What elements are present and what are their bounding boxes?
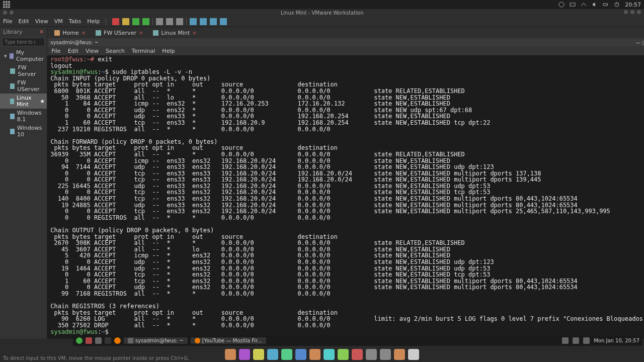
activities-icon[interactable] <box>3 1 11 9</box>
vm-icon <box>10 129 15 134</box>
settings-icon[interactable] <box>176 18 183 25</box>
vmware-hint: To direct input to this VM, move the mou… <box>3 355 190 361</box>
vm-icon <box>153 30 158 36</box>
dock-app-icon[interactable] <box>324 349 335 360</box>
console-icon[interactable] <box>210 18 217 25</box>
terminal-icon[interactable] <box>105 337 111 344</box>
dock-app-icon[interactable] <box>352 349 363 360</box>
library-item-win81[interactable]: Windows 8.1 <box>0 109 47 124</box>
snapshot-manager-icon[interactable] <box>166 18 173 25</box>
menu-tabs[interactable]: Tabs <box>69 18 81 25</box>
tab-close-icon[interactable]: ✕ <box>139 30 143 36</box>
terminal-icon <box>128 338 133 343</box>
computer-icon <box>10 53 14 59</box>
dock-app-icon[interactable] <box>394 349 405 360</box>
library-item-fwuserver[interactable]: FW UServer <box>0 78 47 94</box>
terminal-titlebar: sysadmin@fwus: ~ — ▢ ✕ <box>47 38 644 46</box>
library-close-icon[interactable]: ✕ <box>39 29 44 35</box>
volume-icon[interactable] <box>583 337 590 344</box>
firefox-icon <box>195 338 200 343</box>
terminal-output[interactable]: root@fwus:~# exit logout sysadmin@fwus:~… <box>47 55 644 339</box>
dock-app-icon[interactable] <box>239 349 250 360</box>
term-menu-edit[interactable]: Edit <box>68 48 78 54</box>
power-off-icon[interactable] <box>112 18 119 25</box>
network-icon[interactable] <box>573 337 579 344</box>
home-icon <box>54 30 60 36</box>
window-dot[interactable] <box>10 11 14 15</box>
tab-linuxmint[interactable]: Linux Mint✕ <box>149 29 200 37</box>
maximize-icon[interactable]: ▢ <box>642 40 644 45</box>
taskbar-terminal[interactable]: sysadmin@fwus: ~ <box>124 337 188 344</box>
dock-app-icon[interactable] <box>380 349 391 360</box>
menu-file[interactable]: File <box>3 18 12 25</box>
dock-app-icon[interactable] <box>225 349 236 360</box>
dock-app-icon[interactable] <box>408 349 419 360</box>
tab-home[interactable]: Home✕ <box>50 29 90 37</box>
shield-icon[interactable] <box>562 337 569 344</box>
dock-app-icon[interactable] <box>309 349 320 360</box>
terminal-title-text: sysadmin@fwus: ~ <box>50 40 99 45</box>
vmware-title-text: Linux Mint - VMware Workstation <box>281 10 364 16</box>
tab-close-icon[interactable]: ✕ <box>82 30 86 36</box>
tab-fwuserver[interactable]: FW UServer✕ <box>92 29 147 37</box>
term-menu-terminal[interactable]: Terminal <box>132 48 155 54</box>
dock-app-icon[interactable] <box>366 349 377 360</box>
library-item-linuxmint[interactable]: Linux Mint★ <box>0 94 47 109</box>
library-search-input[interactable] <box>2 38 45 46</box>
vm-icon <box>10 99 14 104</box>
menu-edit[interactable]: Edit <box>18 18 29 25</box>
tray-icon[interactable] <box>570 2 576 8</box>
svg-point-0 <box>559 2 564 7</box>
fullscreen-icon[interactable] <box>190 18 197 25</box>
restart-icon[interactable] <box>142 18 149 25</box>
minimize-icon[interactable]: — <box>635 40 640 45</box>
snapshot-icon[interactable] <box>156 18 163 25</box>
taskbar-firefox[interactable]: [YouTube — Mozilla Fir... <box>191 337 266 344</box>
show-desktop-icon[interactable] <box>86 337 92 344</box>
menu-vm[interactable]: VM <box>54 18 63 25</box>
term-menu-view[interactable]: View <box>86 48 99 54</box>
vm-icon <box>10 68 15 74</box>
window-dot[interactable] <box>3 11 7 15</box>
close-icon[interactable] <box>637 10 641 14</box>
term-menu-search[interactable]: Search <box>106 48 125 54</box>
volume-icon[interactable] <box>592 2 598 8</box>
dock-app-icon[interactable] <box>267 349 278 360</box>
files-icon[interactable] <box>95 337 102 344</box>
vm-icon <box>10 83 15 89</box>
term-menu-file[interactable]: File <box>51 48 60 54</box>
library-search[interactable] <box>2 38 45 46</box>
library-root[interactable]: ▾ My Computer <box>0 48 47 63</box>
min-icon[interactable] <box>624 10 628 14</box>
battery-icon[interactable] <box>603 2 609 8</box>
play-icon[interactable] <box>132 18 139 25</box>
menu-help[interactable]: Help <box>87 18 100 25</box>
pause-icon[interactable] <box>122 18 129 25</box>
firefox-icon[interactable] <box>114 337 121 344</box>
terminal-menubar: File Edit View Search Terminal Help <box>47 46 644 55</box>
library-item-fwserver[interactable]: FW Server <box>0 63 47 78</box>
mint-menu-icon[interactable] <box>76 337 83 344</box>
vm-tabs: Home✕ FW UServer✕ Linux Mint✕ <box>47 27 644 38</box>
dock-app-icon[interactable] <box>253 349 264 360</box>
vmware-menubar: File Edit View VM Tabs Help <box>0 16 644 27</box>
guest-clock[interactable]: Mon Jan 10, 20:57 <box>594 338 639 343</box>
dock-app-icon[interactable] <box>295 349 306 360</box>
tab-close-icon[interactable]: ✕ <box>192 30 196 36</box>
max-icon[interactable] <box>630 10 634 14</box>
dock-app-icon[interactable] <box>338 349 349 360</box>
library-item-win10[interactable]: Windows 10 <box>0 124 47 139</box>
library-title: Library <box>3 29 22 35</box>
dock-app-icon[interactable] <box>281 349 292 360</box>
network-icon[interactable] <box>581 2 587 8</box>
stretch-icon[interactable] <box>220 18 227 25</box>
vmware-titlebar: Linux Mint - VMware Workstation <box>0 9 644 16</box>
unity-icon[interactable] <box>200 18 207 25</box>
term-menu-help[interactable]: Help <box>162 48 175 54</box>
power-icon[interactable] <box>614 2 620 8</box>
vmware-library: Library ✕ ▾ My Computer FW Server FW USe… <box>0 27 47 339</box>
host-clock[interactable]: 20:57 <box>625 2 641 8</box>
svg-rect-2 <box>603 4 607 6</box>
tray-icon[interactable] <box>558 2 565 8</box>
menu-view[interactable]: View <box>35 18 48 25</box>
